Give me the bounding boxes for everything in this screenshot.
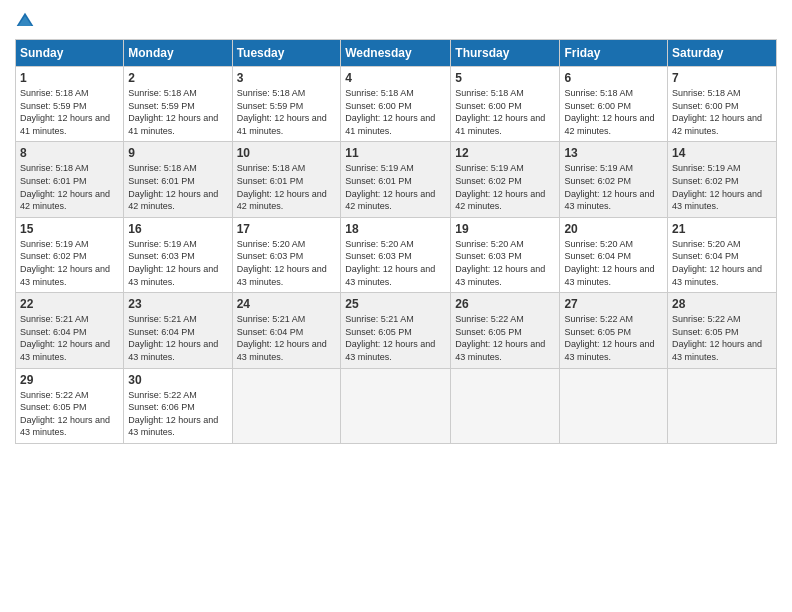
calendar-cell: 28Sunrise: 5:22 AMSunset: 6:05 PMDayligh… [668, 293, 777, 368]
calendar-week-4: 22Sunrise: 5:21 AMSunset: 6:04 PMDayligh… [16, 293, 777, 368]
day-number: 23 [128, 297, 227, 311]
calendar-table: SundayMondayTuesdayWednesdayThursdayFrid… [15, 39, 777, 444]
calendar-cell: 19Sunrise: 5:20 AMSunset: 6:03 PMDayligh… [451, 217, 560, 292]
day-info: Sunrise: 5:20 AMSunset: 6:04 PMDaylight:… [564, 238, 663, 288]
day-info: Sunrise: 5:20 AMSunset: 6:03 PMDaylight:… [455, 238, 555, 288]
day-number: 26 [455, 297, 555, 311]
day-info: Sunrise: 5:18 AMSunset: 6:01 PMDaylight:… [237, 162, 337, 212]
day-number: 21 [672, 222, 772, 236]
day-info: Sunrise: 5:18 AMSunset: 5:59 PMDaylight:… [237, 87, 337, 137]
calendar-cell: 17Sunrise: 5:20 AMSunset: 6:03 PMDayligh… [232, 217, 341, 292]
day-info: Sunrise: 5:19 AMSunset: 6:02 PMDaylight:… [20, 238, 119, 288]
calendar-cell: 30Sunrise: 5:22 AMSunset: 6:06 PMDayligh… [124, 368, 232, 443]
calendar-week-5: 29Sunrise: 5:22 AMSunset: 6:05 PMDayligh… [16, 368, 777, 443]
calendar-cell: 7Sunrise: 5:18 AMSunset: 6:00 PMDaylight… [668, 67, 777, 142]
day-info: Sunrise: 5:21 AMSunset: 6:05 PMDaylight:… [345, 313, 446, 363]
calendar-cell [668, 368, 777, 443]
calendar-cell: 8Sunrise: 5:18 AMSunset: 6:01 PMDaylight… [16, 142, 124, 217]
day-info: Sunrise: 5:19 AMSunset: 6:02 PMDaylight:… [672, 162, 772, 212]
logo-icon [15, 11, 35, 31]
weekday-header-row: SundayMondayTuesdayWednesdayThursdayFrid… [16, 40, 777, 67]
day-info: Sunrise: 5:19 AMSunset: 6:02 PMDaylight:… [455, 162, 555, 212]
day-info: Sunrise: 5:18 AMSunset: 6:00 PMDaylight:… [672, 87, 772, 137]
day-number: 13 [564, 146, 663, 160]
day-number: 11 [345, 146, 446, 160]
day-info: Sunrise: 5:18 AMSunset: 5:59 PMDaylight:… [128, 87, 227, 137]
calendar-cell: 9Sunrise: 5:18 AMSunset: 6:01 PMDaylight… [124, 142, 232, 217]
day-number: 14 [672, 146, 772, 160]
day-number: 19 [455, 222, 555, 236]
day-number: 27 [564, 297, 663, 311]
day-info: Sunrise: 5:21 AMSunset: 6:04 PMDaylight:… [237, 313, 337, 363]
calendar-cell: 20Sunrise: 5:20 AMSunset: 6:04 PMDayligh… [560, 217, 668, 292]
calendar-cell [341, 368, 451, 443]
calendar-cell: 2Sunrise: 5:18 AMSunset: 5:59 PMDaylight… [124, 67, 232, 142]
calendar-cell: 24Sunrise: 5:21 AMSunset: 6:04 PMDayligh… [232, 293, 341, 368]
day-number: 29 [20, 373, 119, 387]
day-info: Sunrise: 5:20 AMSunset: 6:04 PMDaylight:… [672, 238, 772, 288]
calendar-cell: 3Sunrise: 5:18 AMSunset: 5:59 PMDaylight… [232, 67, 341, 142]
day-number: 8 [20, 146, 119, 160]
calendar-cell: 15Sunrise: 5:19 AMSunset: 6:02 PMDayligh… [16, 217, 124, 292]
day-number: 22 [20, 297, 119, 311]
day-number: 1 [20, 71, 119, 85]
calendar-cell: 12Sunrise: 5:19 AMSunset: 6:02 PMDayligh… [451, 142, 560, 217]
day-info: Sunrise: 5:18 AMSunset: 5:59 PMDaylight:… [20, 87, 119, 137]
calendar-cell: 22Sunrise: 5:21 AMSunset: 6:04 PMDayligh… [16, 293, 124, 368]
day-info: Sunrise: 5:20 AMSunset: 6:03 PMDaylight:… [237, 238, 337, 288]
calendar-week-2: 8Sunrise: 5:18 AMSunset: 6:01 PMDaylight… [16, 142, 777, 217]
calendar-cell: 1Sunrise: 5:18 AMSunset: 5:59 PMDaylight… [16, 67, 124, 142]
calendar-cell: 4Sunrise: 5:18 AMSunset: 6:00 PMDaylight… [341, 67, 451, 142]
day-number: 24 [237, 297, 337, 311]
calendar-cell [560, 368, 668, 443]
weekday-thursday: Thursday [451, 40, 560, 67]
calendar-cell [451, 368, 560, 443]
weekday-saturday: Saturday [668, 40, 777, 67]
day-info: Sunrise: 5:19 AMSunset: 6:01 PMDaylight:… [345, 162, 446, 212]
weekday-friday: Friday [560, 40, 668, 67]
day-info: Sunrise: 5:18 AMSunset: 6:01 PMDaylight:… [20, 162, 119, 212]
day-info: Sunrise: 5:19 AMSunset: 6:02 PMDaylight:… [564, 162, 663, 212]
day-info: Sunrise: 5:19 AMSunset: 6:03 PMDaylight:… [128, 238, 227, 288]
calendar-cell: 26Sunrise: 5:22 AMSunset: 6:05 PMDayligh… [451, 293, 560, 368]
day-info: Sunrise: 5:22 AMSunset: 6:05 PMDaylight:… [672, 313, 772, 363]
day-info: Sunrise: 5:22 AMSunset: 6:05 PMDaylight:… [455, 313, 555, 363]
calendar-cell: 21Sunrise: 5:20 AMSunset: 6:04 PMDayligh… [668, 217, 777, 292]
calendar-week-3: 15Sunrise: 5:19 AMSunset: 6:02 PMDayligh… [16, 217, 777, 292]
weekday-sunday: Sunday [16, 40, 124, 67]
header [15, 10, 777, 31]
day-info: Sunrise: 5:18 AMSunset: 6:01 PMDaylight:… [128, 162, 227, 212]
calendar-cell: 6Sunrise: 5:18 AMSunset: 6:00 PMDaylight… [560, 67, 668, 142]
day-number: 3 [237, 71, 337, 85]
day-number: 17 [237, 222, 337, 236]
logo [15, 10, 37, 31]
calendar-cell: 23Sunrise: 5:21 AMSunset: 6:04 PMDayligh… [124, 293, 232, 368]
day-info: Sunrise: 5:22 AMSunset: 6:06 PMDaylight:… [128, 389, 227, 439]
calendar-cell: 14Sunrise: 5:19 AMSunset: 6:02 PMDayligh… [668, 142, 777, 217]
calendar-cell: 25Sunrise: 5:21 AMSunset: 6:05 PMDayligh… [341, 293, 451, 368]
page-container: SundayMondayTuesdayWednesdayThursdayFrid… [0, 0, 792, 454]
calendar-week-1: 1Sunrise: 5:18 AMSunset: 5:59 PMDaylight… [16, 67, 777, 142]
day-info: Sunrise: 5:18 AMSunset: 6:00 PMDaylight:… [455, 87, 555, 137]
calendar-cell: 13Sunrise: 5:19 AMSunset: 6:02 PMDayligh… [560, 142, 668, 217]
calendar-cell: 5Sunrise: 5:18 AMSunset: 6:00 PMDaylight… [451, 67, 560, 142]
day-number: 30 [128, 373, 227, 387]
day-number: 2 [128, 71, 227, 85]
calendar-cell: 11Sunrise: 5:19 AMSunset: 6:01 PMDayligh… [341, 142, 451, 217]
day-number: 10 [237, 146, 337, 160]
calendar-cell [232, 368, 341, 443]
day-info: Sunrise: 5:18 AMSunset: 6:00 PMDaylight:… [564, 87, 663, 137]
calendar-cell: 10Sunrise: 5:18 AMSunset: 6:01 PMDayligh… [232, 142, 341, 217]
day-number: 9 [128, 146, 227, 160]
day-info: Sunrise: 5:20 AMSunset: 6:03 PMDaylight:… [345, 238, 446, 288]
day-number: 6 [564, 71, 663, 85]
day-info: Sunrise: 5:21 AMSunset: 6:04 PMDaylight:… [128, 313, 227, 363]
calendar-cell: 16Sunrise: 5:19 AMSunset: 6:03 PMDayligh… [124, 217, 232, 292]
day-number: 25 [345, 297, 446, 311]
day-number: 16 [128, 222, 227, 236]
calendar-cell: 18Sunrise: 5:20 AMSunset: 6:03 PMDayligh… [341, 217, 451, 292]
day-number: 18 [345, 222, 446, 236]
day-number: 12 [455, 146, 555, 160]
day-number: 5 [455, 71, 555, 85]
weekday-wednesday: Wednesday [341, 40, 451, 67]
